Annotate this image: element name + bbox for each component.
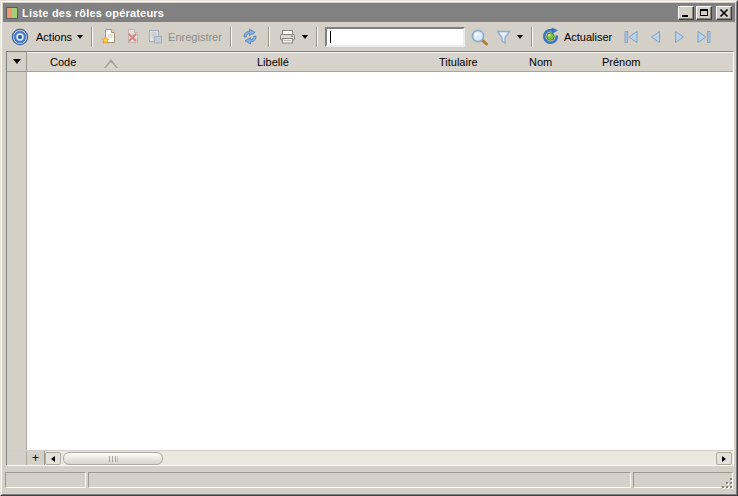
search-field-wrap <box>325 27 465 47</box>
delete-record-button[interactable] <box>121 25 144 49</box>
minimize-icon <box>682 15 688 17</box>
toolbar-separator <box>230 27 232 47</box>
save-document-icon <box>147 28 164 45</box>
column-header-prenom[interactable]: Prénom <box>602 56 641 68</box>
column-headers: Code Libellé Titulaire Nom Prénom <box>27 52 733 72</box>
status-panel-2 <box>88 472 631 488</box>
search-input[interactable] <box>325 27 465 47</box>
column-header-titulaire[interactable]: Titulaire <box>439 56 478 68</box>
row-indicator-column <box>7 72 27 450</box>
maximize-button[interactable] <box>696 6 712 20</box>
last-record-icon <box>695 30 712 44</box>
column-header-nom[interactable]: Nom <box>529 56 552 68</box>
scroll-right-icon <box>722 456 729 462</box>
sync-arrows-icon <box>240 28 260 45</box>
status-panel-1 <box>5 472 86 488</box>
printer-icon <box>278 29 297 45</box>
last-record-button[interactable] <box>691 26 715 48</box>
grid-header: Code Libellé Titulaire Nom Prénom <box>7 52 733 72</box>
scroll-right-button[interactable] <box>716 452 732 465</box>
actions-menu-label: Actions <box>36 31 72 43</box>
delete-record-icon <box>124 28 141 45</box>
scrollbar-thumb[interactable] <box>63 452 163 465</box>
scroll-left-button[interactable] <box>45 452 61 465</box>
column-header-libelle[interactable]: Libellé <box>257 56 289 68</box>
first-record-icon <box>623 30 640 44</box>
maximize-icon <box>700 9 708 16</box>
add-row-button[interactable]: + <box>27 451 45 465</box>
save-button[interactable]: Enregistrer <box>144 25 225 49</box>
magnifier-icon <box>470 28 489 46</box>
record-navigation <box>619 26 715 48</box>
actions-menu-button[interactable]: Actions <box>29 25 86 49</box>
grid-empty-area[interactable] <box>27 72 733 450</box>
next-record-icon <box>672 30 687 44</box>
toolbar-separator <box>531 27 533 47</box>
filter-options-chevron-icon <box>517 35 523 42</box>
text-caret <box>330 31 331 43</box>
app-window: Liste des rôles opérateurs Actions <box>0 0 738 496</box>
toolbar-separator <box>91 27 93 47</box>
grid-body <box>7 72 733 450</box>
resize-grip[interactable] <box>719 475 732 488</box>
row-selector-header[interactable] <box>7 52 27 72</box>
toolbar-separator <box>268 27 270 47</box>
sync-button[interactable] <box>237 25 263 49</box>
first-record-button[interactable] <box>619 26 643 48</box>
new-record-button[interactable] <box>98 25 121 49</box>
refresh-button-label: Actualiser <box>564 31 612 43</box>
new-record-icon <box>101 28 118 45</box>
minimize-button[interactable] <box>678 6 694 20</box>
horizontal-scrollbar: + <box>7 450 733 465</box>
window-title: Liste des rôles opérateurs <box>22 7 676 19</box>
close-button[interactable] <box>716 6 732 20</box>
print-options-chevron-icon <box>302 35 308 42</box>
refresh-button[interactable]: Actualiser <box>538 25 615 49</box>
target-icon <box>11 28 29 46</box>
previous-record-icon <box>648 30 663 44</box>
toolbar-separator <box>316 27 318 47</box>
status-panel-3 <box>633 472 733 488</box>
row-selector-chevron-icon <box>13 59 21 68</box>
close-icon <box>717 7 731 19</box>
column-header-code[interactable]: Code <box>50 56 76 68</box>
filter-button[interactable] <box>492 25 526 49</box>
filter-funnel-icon <box>495 29 512 45</box>
titlebar: Liste des rôles opérateurs <box>3 3 735 22</box>
save-button-label: Enregistrer <box>168 31 222 43</box>
roles-grid: Code Libellé Titulaire Nom Prénom + <box>6 51 734 466</box>
print-button[interactable] <box>275 25 311 49</box>
search-button[interactable] <box>467 25 492 49</box>
previous-record-button[interactable] <box>643 26 667 48</box>
refresh-globe-icon <box>541 27 560 46</box>
scroll-left-icon <box>48 456 55 462</box>
scrollbar-left-stub <box>7 451 27 465</box>
app-icon <box>6 7 18 19</box>
next-record-button[interactable] <box>667 26 691 48</box>
toolbar: Actions <box>4 22 734 51</box>
chevron-down-icon <box>77 35 83 42</box>
status-bar <box>4 468 734 492</box>
